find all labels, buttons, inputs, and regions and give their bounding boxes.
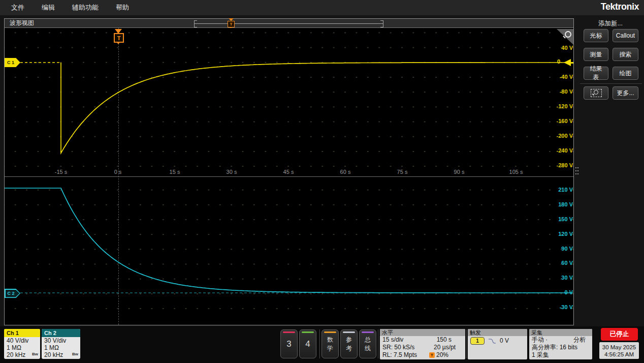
- area-zoom-button[interactable]: [584, 86, 608, 100]
- math-button[interactable]: 数学: [321, 329, 339, 358]
- plot-button[interactable]: 绘图: [613, 67, 638, 80]
- bus-color-stripe: [362, 331, 374, 333]
- sidebar-title: 添加新...: [579, 19, 642, 28]
- oscilloscope-screen: 文件 编辑 辅助功能 帮助 Tektronix 波形视图 T -15 s 0 s…: [0, 0, 644, 363]
- trigger-source-pill: 1: [470, 337, 485, 345]
- reference-label: 参考: [344, 336, 354, 353]
- splitter-grip-handle[interactable]: [575, 166, 579, 176]
- button-group-divider: [319, 329, 320, 358]
- channel-4-button[interactable]: 4: [299, 329, 316, 358]
- area-zoom-magnifier-icon: [594, 90, 598, 95]
- area-zoom-magnifier-handle-icon: [592, 94, 594, 96]
- trigger-marker-tip-icon: [116, 42, 120, 44]
- waveform-traces: [0, 0, 644, 363]
- bus-button[interactable]: 总线: [359, 329, 376, 358]
- ch2-badge[interactable]: Ch 2 30 V/div 1 MΩ 20 kHz Bw: [42, 329, 80, 359]
- trigger-position-value: T 20%: [429, 351, 448, 359]
- acquisition-count: 1 采集: [529, 351, 592, 359]
- date-text: 30 May 2025: [602, 344, 636, 351]
- button-group-divider: [378, 329, 378, 358]
- falling-edge-icon: [488, 338, 496, 344]
- math-color-stripe: [324, 331, 336, 333]
- channel-3-label: 3: [286, 339, 291, 349]
- channel-4-label: 4: [305, 339, 310, 349]
- c2-channel-handle-label: C 2: [6, 290, 20, 297]
- horizontal-scale: 15 s/div: [382, 336, 403, 344]
- c1-trace: [61, 63, 573, 153]
- callout-button[interactable]: Callout: [613, 29, 638, 42]
- ch2-termination: 1 MΩ: [42, 344, 80, 351]
- acquisition-analysis: 分析: [573, 336, 586, 344]
- time-text: 4:56:25 AM: [604, 351, 634, 358]
- measure-button[interactable]: 测量: [584, 48, 608, 61]
- record-length: RL: 7.5 Mpts: [382, 351, 417, 359]
- acquisition-resolution: 高分辨率: 16 bits: [529, 344, 592, 351]
- trigger-level: 0 V: [500, 337, 509, 345]
- time-per-point: 20 µs/pt: [434, 344, 456, 351]
- reference-color-stripe: [343, 331, 355, 333]
- trigger-position-icon: T: [429, 352, 435, 358]
- c2-trace: [5, 188, 573, 293]
- ch2-bandwidth: 20 kHz Bw: [42, 351, 80, 358]
- c1-zero-label: 0: [557, 58, 560, 65]
- cursor-button[interactable]: 光标: [584, 29, 608, 42]
- ch1-bw-limit-icon: Bw: [32, 351, 38, 358]
- panel-divider: [466, 329, 467, 358]
- horizontal-badge[interactable]: 水平 15 s/div 150 s SR: 50 kS/s 20 µs/pt R…: [380, 329, 465, 359]
- datetime-display: 30 May 2025 4:56:25 AM: [599, 342, 639, 359]
- channel-3-button[interactable]: 3: [280, 329, 298, 358]
- ch1-termination: 1 MΩ: [4, 344, 40, 351]
- acquisition-badge[interactable]: 采集 手动 · 分析 高分辨率: 16 bits 1 采集: [529, 329, 592, 359]
- sample-rate: SR: 50 kS/s: [382, 344, 414, 351]
- c1-level-arrow-stub: [570, 62, 573, 64]
- stopped-button[interactable]: 已停止: [601, 328, 638, 341]
- acquisition-title: 采集: [529, 329, 592, 336]
- ch1-bandwidth: 20 kHz Bw: [4, 351, 40, 358]
- ch2-scale: 30 V/div: [42, 337, 80, 344]
- acquisition-mode: 手动 ·: [532, 336, 548, 344]
- ch1-scale: 40 V/div: [4, 337, 40, 344]
- math-label: 数学: [325, 336, 335, 353]
- trigger-badge[interactable]: 触发 1 0 V: [468, 329, 527, 359]
- channel-3-color-stripe: [283, 331, 295, 333]
- horizontal-title: 水平: [380, 329, 465, 336]
- ch2-bw-limit-icon: Bw: [72, 351, 78, 358]
- magnifier-icon: [565, 31, 571, 38]
- trigger-title: 触发: [468, 329, 527, 336]
- ch1-badge[interactable]: Ch 1 40 V/div 1 MΩ 20 kHz Bw: [4, 329, 40, 359]
- more-button[interactable]: 更多...: [613, 86, 638, 100]
- ch2-badge-header: Ch 2: [42, 329, 80, 337]
- results-table-button[interactable]: 结果表: [584, 67, 608, 80]
- reference-button[interactable]: 参考: [340, 329, 358, 358]
- horizontal-span: 150 s: [437, 336, 452, 344]
- search-button[interactable]: 搜索: [613, 48, 638, 61]
- area-zoom-icon: [591, 89, 602, 97]
- sidebar-divider: [580, 83, 642, 84]
- ch1-badge-header: Ch 1: [4, 329, 40, 337]
- bus-label: 总线: [363, 336, 373, 353]
- channel-4-color-stripe: [302, 331, 314, 333]
